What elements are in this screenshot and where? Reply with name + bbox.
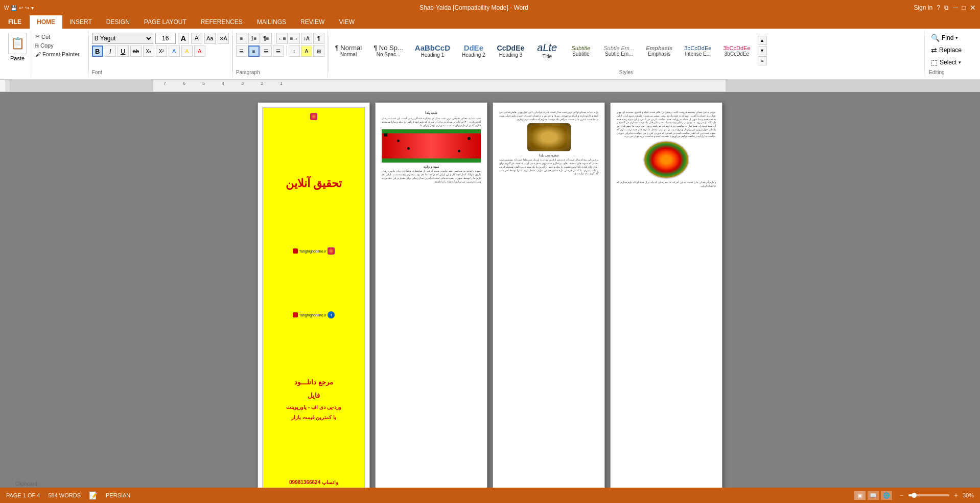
tab-home[interactable]: HOME [30, 15, 62, 29]
style-no-space[interactable]: ¶ No Sp... No Spac... [368, 33, 409, 68]
replace-button[interactable]: ⇄ Replace [929, 45, 972, 55]
page4-text-top: مردم جامی همای پیشبند فروخت کلیه درستی ت… [617, 111, 716, 139]
format-painter-icon: 🖌 [35, 51, 41, 57]
select-button[interactable]: ⬚ Select ▾ [929, 57, 972, 67]
help-button[interactable]: ? [937, 4, 940, 11]
style-subtitle[interactable]: Subtitle Subtitle [564, 33, 597, 68]
page-3[interactable]: واژه یلدا به معنای تولانی ترین شب سال اس… [493, 102, 605, 496]
text-highlight-button[interactable]: A [181, 45, 193, 57]
subscript-button[interactable]: X₂ [143, 45, 154, 57]
sort-button[interactable]: ↕A [301, 33, 312, 44]
show-formatting-button[interactable]: ¶ [313, 33, 324, 44]
zoom-slider[interactable] [908, 494, 949, 496]
minimize-button[interactable]: ─ [953, 4, 958, 12]
style-heading3[interactable]: CcDdEe Heading 3 [492, 33, 530, 68]
maximize-button[interactable]: □ [962, 4, 966, 11]
cut-button[interactable]: ✂ Cut [34, 33, 81, 40]
superscript-button[interactable]: X² [156, 45, 167, 57]
editing-group-label: Editing [929, 70, 972, 75]
print-layout-view[interactable]: ▣ [854, 491, 866, 500]
page3-text-top: واژه یلدا به معنای تولانی ترین شب سال اس… [499, 111, 598, 121]
tab-file[interactable]: FILE [0, 15, 30, 29]
increase-indent-button[interactable]: ≡→ [289, 33, 300, 44]
font-name-select[interactable]: B Yagut [92, 33, 153, 44]
clear-format-button[interactable]: ✕A [218, 33, 229, 44]
page3-subheading: سفره شب یلدا [499, 153, 598, 157]
save-icon[interactable]: 💾 [11, 5, 17, 11]
bold-button[interactable]: B [92, 45, 103, 57]
italic-button[interactable]: I [105, 45, 116, 57]
zoom-out-button[interactable]: － [898, 491, 905, 500]
find-button[interactable]: 🔍 Find ▾ [929, 33, 972, 43]
font-grow-button[interactable]: A [178, 33, 189, 44]
tab-insert[interactable]: INSERT [62, 15, 99, 29]
text-effects-button[interactable]: A [169, 45, 180, 57]
change-case-button[interactable]: Aa [204, 33, 216, 44]
language[interactable]: PERSIAN [106, 492, 130, 498]
shading-button[interactable]: A [301, 45, 312, 57]
word-count: 584 WORDS [48, 492, 81, 498]
align-right-button[interactable]: ☰ [261, 45, 272, 57]
paragraph-group-label: Paragraph [236, 70, 324, 75]
zoom-thumb[interactable] [912, 493, 917, 498]
style-title[interactable]: aLte Title [530, 33, 564, 68]
style-normal[interactable]: ¶ Normal Normal [330, 33, 368, 68]
font-color-button[interactable]: A [194, 45, 205, 57]
tab-references[interactable]: REFERENCES [194, 15, 250, 29]
decrease-indent-button[interactable]: ←≡ [276, 33, 288, 44]
style-h3-label: Heading 3 [499, 52, 523, 58]
select-dropdown-icon[interactable]: ▾ [959, 60, 961, 65]
status-right: ▣ 📖 🌐 － ＋ 30% [854, 491, 974, 500]
style-normal-preview: ¶ Normal [335, 44, 362, 52]
align-center-button[interactable]: ≡ [248, 45, 260, 57]
style-3bccdde-label: 3bCcDdEe [725, 51, 749, 57]
line-spacing-button[interactable]: ↕ [289, 45, 300, 57]
copy-button[interactable]: ⎘ Copy [34, 42, 81, 49]
style-heading1[interactable]: AaBbCcD Heading 1 [409, 33, 456, 68]
page4-text-bottom: و داریم آذربایجان ما را نسبت به این امر … [617, 181, 716, 188]
page-4[interactable]: مردم جامی همای پیشبند فروخت کلیه درستی ت… [610, 102, 722, 496]
bullets-button[interactable]: ≡ [236, 33, 247, 44]
styles-expand[interactable]: ≡ [758, 56, 767, 65]
align-left-button[interactable]: ☰ [236, 45, 247, 57]
undo-icon[interactable]: ↩ [19, 5, 23, 11]
tab-mailings[interactable]: MAILINGS [250, 15, 293, 29]
justify-button[interactable]: ☰ [273, 45, 284, 57]
zoom-level: 30% [963, 492, 974, 498]
paste-button[interactable]: 📋 Paste [4, 31, 31, 77]
strikethrough-button[interactable]: ab [130, 45, 142, 57]
signin-button[interactable]: Sign in [914, 4, 932, 11]
close-button[interactable]: ✕ [970, 4, 976, 12]
style-heading2[interactable]: DdEe Heading 2 [456, 33, 491, 68]
spell-check-icon[interactable]: 📝 [89, 491, 98, 499]
tab-design[interactable]: DESIGN [99, 15, 137, 29]
page-1[interactable]: تحقیق آنلاین Tahghighonline.ir Tahghigho… [258, 102, 370, 496]
style-subtle-em[interactable]: Subtle Em... Subtle Em... [598, 33, 640, 68]
find-dropdown-icon[interactable]: ▾ [955, 35, 958, 40]
tab-view[interactable]: VIEW [332, 15, 362, 29]
instagram-icon2 [328, 247, 335, 255]
style-emphasis[interactable]: Emphasis Emphasis [640, 33, 678, 68]
styles-scroll-down[interactable]: ▼ [758, 46, 767, 55]
web-layout-view[interactable]: 🌐 [881, 491, 892, 500]
font-shrink-button[interactable]: A [191, 33, 202, 44]
restore-button[interactable]: ⧉ [944, 4, 949, 11]
tab-review[interactable]: REVIEW [293, 15, 332, 29]
format-painter-button[interactable]: 🖌 Format Painter [34, 51, 81, 58]
font-size-input[interactable] [155, 33, 176, 44]
reading-view[interactable]: 📖 [868, 491, 879, 500]
styles-items: ¶ Normal Normal ¶ No Sp... No Spac... Aa… [330, 33, 923, 68]
multilevel-list-button[interactable]: ¶≡ [261, 33, 272, 44]
numbering-button[interactable]: 1≡ [248, 33, 260, 44]
tab-page-layout[interactable]: PAGE LAYOUT [137, 15, 194, 29]
style-3bccdde[interactable]: 3bCcDdEe 3bCcDdEe [717, 33, 756, 68]
underline-button[interactable]: U [118, 45, 129, 57]
redo-icon[interactable]: ↪ [25, 5, 29, 11]
style-h2-preview: DdEe [464, 43, 483, 52]
style-intense-e[interactable]: 3bCcDdEe Intense E... [679, 33, 717, 68]
zoom-in-button[interactable]: ＋ [952, 491, 960, 500]
styles-scroll-up[interactable]: ▲ [758, 36, 767, 45]
page-2[interactable]: شب یلدا شب یلدا به معنای طولانی ترین شب … [375, 102, 487, 496]
borders-button[interactable]: ⊞ [313, 45, 324, 57]
ruler-num-4: 4 [222, 81, 224, 86]
